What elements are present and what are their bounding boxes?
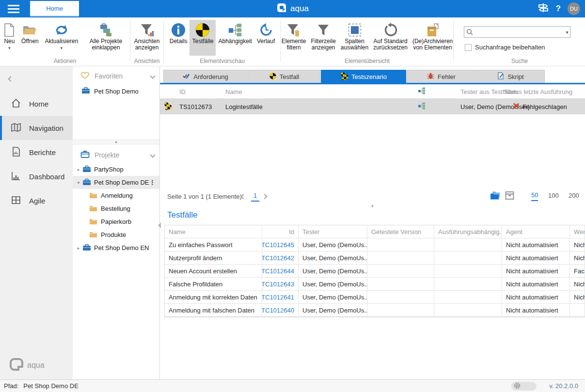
sidebar-collapse-button[interactable] <box>9 74 16 81</box>
col-version[interactable]: Getestete Version <box>367 225 434 238</box>
reset-icon <box>383 22 398 38</box>
archive-box-icon <box>426 22 440 38</box>
dearchivieren-button[interactable]: (De)Archivieren von Elementen <box>410 20 455 56</box>
page-number[interactable]: 1 <box>251 191 259 202</box>
collapse-projects-icon <box>97 22 114 38</box>
details-button[interactable]: Details <box>167 20 190 56</box>
abhaengigkeit-button[interactable]: Abhängigkeit <box>216 20 254 56</box>
page-prev-button[interactable] <box>241 193 245 200</box>
tab-fehler[interactable]: Fehler <box>407 70 476 83</box>
sidebar-item-agile[interactable]: Agile <box>0 188 73 213</box>
testcases-table: Name Id Tester Getestete Version Ausführ… <box>164 225 585 317</box>
col-abhaengigkeit[interactable]: Ausführungsabhängig... <box>434 225 502 238</box>
expander-open-icon[interactable]: ▾ <box>75 180 82 185</box>
hamburger-menu-icon[interactable] <box>6 2 25 15</box>
columns-select-icon <box>348 22 362 38</box>
tab-anforderung[interactable]: Anforderung <box>163 70 248 83</box>
table-row[interactable]: Zu einfaches PasswortTC1012645User, Demo… <box>165 238 585 251</box>
splitter-down-icon: ▼ <box>371 204 375 208</box>
help-icon[interactable]: ? <box>556 4 561 14</box>
sidebar-item-home[interactable]: Home <box>0 92 73 116</box>
search-input[interactable] <box>475 29 564 36</box>
path-label: Pfad: <box>4 382 18 390</box>
testscenario-icon <box>340 72 348 81</box>
tree-item-partyshop[interactable]: ▸ PartyShop <box>73 163 159 176</box>
tab-testfall[interactable]: Testfall <box>248 70 320 83</box>
column-status[interactable]: Status letzte Ausführung <box>504 88 572 95</box>
tree-item-anmeldung[interactable]: Anmeldung <box>73 189 159 202</box>
bar-chart-icon <box>11 171 21 183</box>
aktualisieren-button[interactable]: Aktualisieren ▾ <box>41 20 82 56</box>
sidebar-footer-logo: aqua <box>10 358 45 373</box>
tree-item-pet-shop-demo-en[interactable]: ▸ Pet Shop Demo EN <box>73 241 159 254</box>
col-name[interactable]: Name <box>165 225 262 238</box>
ansichten-anzeigen-button[interactable]: Ansichten anzeigen <box>130 20 163 56</box>
page-next-button[interactable] <box>263 193 267 200</box>
elemente-filtern-button[interactable]: Elemente filtern <box>279 20 309 56</box>
chevron-down-icon[interactable] <box>150 73 155 78</box>
tab-testszenario[interactable]: Testszenario <box>321 70 406 83</box>
checkbox-icon[interactable] <box>465 44 472 51</box>
neu-button[interactable]: Neu ▾ <box>0 20 19 56</box>
sidebar-item-dashboard[interactable]: Dashboard <box>0 164 73 188</box>
table-row[interactable]: Neuen Account erstellenTC1012644User, De… <box>165 265 585 278</box>
user-avatar[interactable]: DU <box>568 2 580 15</box>
grid-icon <box>11 195 21 207</box>
alle-projekte-einklappen-button[interactable]: Alle Projekte einklappen <box>82 20 130 56</box>
auf-standard-zuruecksetzen-button[interactable]: Auf Standard zurücksetzen <box>371 20 410 56</box>
page-size-200[interactable]: 200 <box>569 192 579 201</box>
tree-panel: Favoriten Pet Shop Demo ▲ Projekte ▸ Par… <box>73 66 160 379</box>
panel-collapse-handle[interactable] <box>158 222 161 228</box>
tab-skript[interactable]: Skript <box>476 70 545 83</box>
favorite-item-pet-shop-demo[interactable]: Pet Shop Demo <box>73 84 159 98</box>
kebab-menu-icon[interactable]: ⋮ <box>149 179 156 186</box>
app-title-text: aqua <box>290 4 309 14</box>
table-row[interactable]: Falsche ProfildatenTC1012643User, Demo (… <box>165 278 585 291</box>
scenario-name: Logintestfälle <box>225 103 263 110</box>
search-dropdown-icon[interactable]: ▾ <box>564 30 570 35</box>
expander-closed-icon[interactable]: ▸ <box>75 246 82 251</box>
tree-item-papierkorb[interactable]: Papierkorb <box>73 215 159 228</box>
panel-splitter[interactable]: ▲ <box>73 140 159 144</box>
col-agent[interactable]: Agent <box>502 225 570 238</box>
page-size-50[interactable]: 50 <box>531 191 538 201</box>
splitter-up-icon: ▲ <box>114 140 118 144</box>
chevron-down-icon[interactable] <box>150 152 155 157</box>
sidebar-item-navigation[interactable]: Navigation <box>0 116 73 140</box>
expander-closed-icon[interactable]: ▸ <box>75 167 82 172</box>
page-size-100[interactable]: 100 <box>548 192 559 201</box>
tree-item-produkte[interactable]: Produkte <box>73 228 159 241</box>
titlebar-home-tab[interactable]: Home <box>30 1 79 16</box>
search-icon <box>464 29 475 35</box>
detail-splitter[interactable]: ▼ <box>160 204 585 209</box>
pagination-bar: Seite 1 von 1 (1 Elemente) 1 50 100 200 <box>160 188 585 204</box>
table-row[interactable]: Anmeldung mit korrekten DatenTC1012641Us… <box>165 291 585 304</box>
col-tester[interactable]: Tester <box>299 225 367 238</box>
table-row[interactable]: Anmeldung mit falschen DatenTC1012640Use… <box>165 304 585 317</box>
dependency-column-icon[interactable] <box>418 87 426 96</box>
keep-search-checkbox[interactable]: Suchanfrage beibehalten <box>465 44 545 51</box>
column-id[interactable]: ID <box>179 88 186 95</box>
col-wer[interactable]: Wer <box>570 225 585 238</box>
oeffnen-button[interactable]: Öffnen <box>19 20 41 56</box>
col-id[interactable]: Id <box>262 225 299 238</box>
signpost-icon[interactable] <box>538 2 549 15</box>
filterzeile-anzeigen-button[interactable]: Filterzeile anzeigen <box>308 20 338 56</box>
sidebar-item-berichte[interactable]: Berichte <box>0 140 73 164</box>
testfaelle-button[interactable]: Testfälle <box>190 20 216 56</box>
archive-list-icon[interactable] <box>505 191 514 202</box>
column-name[interactable]: Name <box>225 88 242 95</box>
table-row[interactable]: Nutzerprofil ändernTC1012642User, Demo (… <box>165 251 585 265</box>
history-clock-icon <box>259 22 273 38</box>
settings-toggle[interactable] <box>511 382 537 391</box>
favorites-header[interactable]: Favoriten <box>73 66 159 84</box>
tree-item-bestellung[interactable]: Bestellung <box>73 202 159 215</box>
copy-folders-icon[interactable] <box>490 191 500 202</box>
scenario-row-ts1012673[interactable]: TS1012673 Logintestfälle User, Demo (Dem… <box>160 98 585 114</box>
spalten-auswaehlen-button[interactable]: Spalten auswählen <box>338 20 371 56</box>
dependency-icon <box>418 102 426 111</box>
projects-header[interactable]: Projekte <box>73 145 159 163</box>
tree-item-pet-shop-demo-de[interactable]: ▾ Pet Shop Demo DE ⋮ <box>73 176 159 189</box>
search-box: ▾ <box>464 26 570 38</box>
verlauf-button[interactable]: Verlauf <box>254 20 277 56</box>
